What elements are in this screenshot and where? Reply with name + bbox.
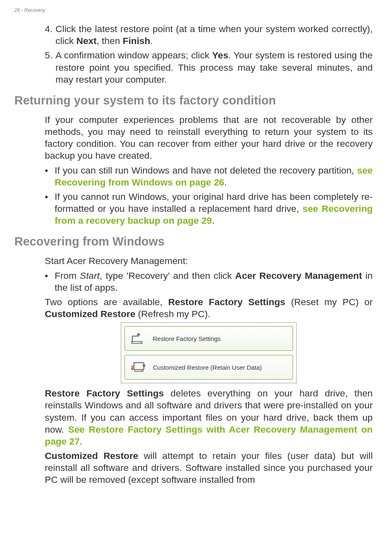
restore-factory-settings-button[interactable]: Restore Factory Settings: [125, 326, 293, 351]
bold-text: Finish: [122, 35, 150, 46]
bold-text: Acer Recovery Management: [235, 270, 362, 281]
bullet-marker: •: [45, 191, 55, 227]
paragraph: If your computer experiences problems th…: [45, 114, 373, 162]
list-number: 4.: [45, 23, 55, 47]
bullet-marker: •: [45, 270, 55, 294]
section-content: If your computer experiences problems th…: [14, 114, 378, 227]
body-text: If you can still run Windows and have no…: [55, 165, 357, 176]
bullet-item: • If you cannot run Windows, your origin…: [45, 191, 373, 227]
body-text: Two options are available,: [45, 297, 168, 307]
bold-text: Restore Factory Settings: [168, 297, 285, 307]
list-number: 5.: [45, 49, 55, 86]
body-text: .: [80, 436, 82, 447]
svg-point-6: [131, 366, 134, 368]
body-text: , type 'Recovery' and then click: [99, 270, 235, 281]
bold-text: Customized Restore: [45, 450, 138, 461]
bold-text: Yes: [212, 50, 228, 60]
bold-text: Customized Restore: [45, 308, 135, 319]
heading-returning: Returning your system to its factory con…: [14, 94, 378, 107]
bold-text: Restore Factory Settings: [45, 388, 164, 398]
italic-text: Start: [80, 270, 99, 281]
body-text: .: [224, 177, 227, 188]
section-content: Start Acer Recovery Management: • From S…: [14, 255, 378, 486]
svg-point-1: [141, 342, 141, 343]
option-label: Customized Restore (Retain User Data): [153, 364, 262, 371]
body-text: .: [150, 35, 153, 46]
restore-factory-icon: [131, 332, 146, 345]
list-item-5: 5. A confirmation window appears; click …: [45, 49, 373, 86]
svg-point-5: [131, 367, 134, 371]
page-header: 26 - Recovery: [14, 7, 378, 13]
heading-recovering-windows: Recovering from Windows: [14, 235, 378, 248]
link-restore-factory[interactable]: See Restore Factory Settings with Acer R…: [45, 424, 373, 447]
recovery-options-screenshot: Restore Factory Settings Customized Rest…: [121, 322, 297, 383]
body-text: From: [55, 270, 80, 281]
svg-point-4: [141, 370, 142, 371]
customized-restore-button[interactable]: Customized Restore (Retain User Data): [125, 355, 293, 380]
main-content: 4. Click the latest restore point (at a …: [14, 23, 378, 86]
paragraph: Restore Factory Settings deletes everyth…: [45, 387, 373, 447]
option-label: Restore Factory Settings: [153, 335, 221, 342]
customized-restore-icon: [131, 361, 146, 373]
bold-text: Next: [76, 35, 97, 46]
body-text: (Reset my PC) or: [285, 297, 373, 307]
body-text: , then: [97, 35, 122, 46]
paragraph: Start Acer Recovery Management:: [45, 255, 373, 267]
body-text: .: [212, 215, 214, 226]
paragraph: Two options are available, Restore Facto…: [45, 296, 373, 320]
bullet-item: • From Start, type 'Recovery' and then c…: [45, 270, 373, 294]
body-text: A confirmation window appears; click: [55, 50, 212, 60]
body-text: (Refresh my PC).: [135, 308, 210, 319]
bullet-marker: •: [45, 164, 55, 188]
list-item-4: 4. Click the latest restore point (at a …: [45, 23, 373, 47]
paragraph: Customized Restore will attempt to retai…: [45, 450, 373, 486]
bullet-item: • If you can still run Windows and have …: [45, 164, 373, 188]
